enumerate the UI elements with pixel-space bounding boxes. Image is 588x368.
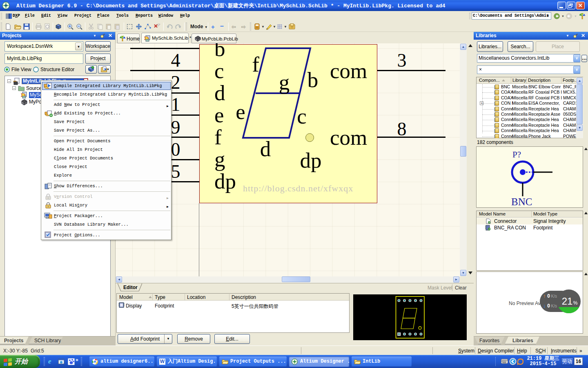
svg-text:21: 21 [562, 296, 573, 307]
svg-text:%: % [573, 300, 578, 306]
svg-text:+: + [47, 205, 49, 209]
svg-text:+: + [47, 196, 49, 200]
